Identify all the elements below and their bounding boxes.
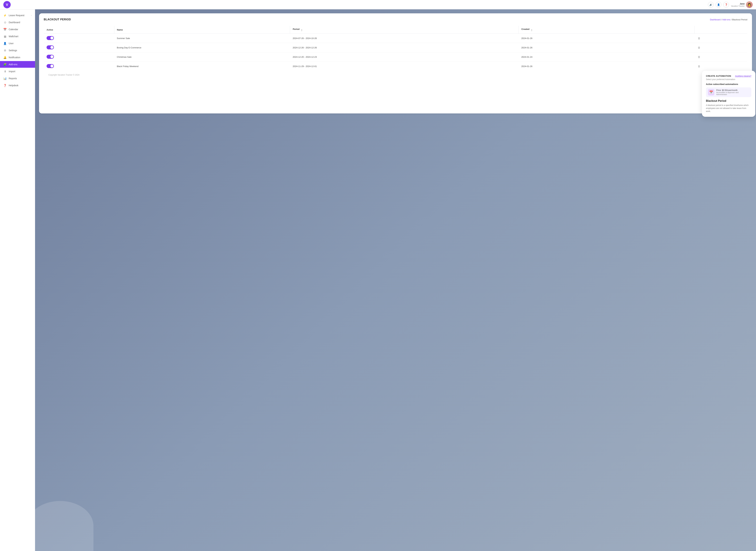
cell-active [44, 34, 114, 43]
automation-panel-header: CREATE AUTOMATION Anything missing? [706, 75, 751, 77]
avatar[interactable]: 👩 [746, 1, 753, 8]
table-row: Summer Sale 2024-07-26 - 2024-10-26 2024… [44, 34, 747, 43]
sidebar-item-addons[interactable]: 🧩 Add-ons [0, 61, 35, 68]
sidebar-label: Notification [9, 56, 32, 59]
delete-button[interactable]: 🗑 [697, 36, 701, 41]
cell-name: Boxing Day E-Commerce [114, 43, 290, 52]
col-header-active: Active [44, 26, 114, 34]
automation-item: 📅 Price: $0.50/user/month Accessible to … [706, 87, 751, 97]
col-header-period[interactable]: Period ▲▼ [290, 26, 519, 34]
created-sort-icon[interactable]: ▲▼ [531, 29, 532, 32]
toggle-black-friday[interactable] [47, 64, 54, 68]
sidebar-item-notification[interactable]: 🔔 Notification [0, 54, 35, 61]
table-row: Black Friday Weekend 2024-11-29 - 2024-1… [44, 62, 747, 71]
content-area: BLACKOUT PERIOD Dashboard / Add-ons / Bl… [35, 9, 756, 551]
import-icon: ⬇ [3, 70, 7, 73]
addons-icon: 🧩 [3, 63, 7, 66]
header-right-section: 🔊 👤 ❓ Jane Vacation Tracker 👩 [708, 1, 753, 8]
automation-price: Price: $0.50/user/month [716, 89, 749, 91]
table-header-row: Active Name Period ▲▼ Created ▲▼ [44, 26, 747, 34]
sound-button[interactable]: 🔊 [708, 2, 714, 8]
toggle-christmas-sale[interactable] [47, 55, 54, 59]
cell-action: 🗑 [694, 43, 747, 52]
automation-item-icon: 📅 [708, 89, 714, 95]
cell-action: 🗑 [694, 52, 747, 62]
help-button[interactable]: ❓ [723, 2, 729, 8]
sidebar-item-import[interactable]: ⬇ Import [0, 68, 35, 75]
sidebar-item-leave-request[interactable]: ⚡ Leave Request › [0, 12, 35, 19]
cell-created: 2024-01-26 [519, 34, 695, 43]
sidebar-item-calendar[interactable]: 📅 Calendar [0, 26, 35, 33]
cell-active [44, 62, 114, 71]
sidebar-item-user[interactable]: 👤 User [0, 40, 35, 47]
cell-created: 2024-01-26 [519, 43, 695, 52]
person-button[interactable]: 👤 [716, 2, 721, 8]
cell-period: 2024-12-26 - 2024-12-26 [290, 43, 519, 52]
sidebar-item-helpdesk[interactable]: ❓ Helpdesk [0, 82, 35, 89]
cell-action: 🗑 [694, 34, 747, 43]
app-logo[interactable]: V [3, 1, 11, 8]
col-header-action [694, 26, 747, 34]
sidebar-item-dashboard[interactable]: ⊙ Dashboard [0, 19, 35, 26]
automation-access: Accessible to Approver and Administrator [716, 91, 749, 95]
person-icon: 👤 [717, 3, 720, 6]
user-icon: 👤 [3, 42, 7, 45]
wallchart-icon: ▦ [3, 35, 7, 38]
sidebar-label: Add-ons [9, 63, 32, 66]
delete-button[interactable]: 🗑 [697, 64, 701, 69]
sound-icon: 🔊 [709, 3, 712, 6]
cell-period: 2024-12-20 - 2024-12-23 [290, 52, 519, 62]
sidebar-item-wallchart[interactable]: ▦ Wallchart [0, 33, 35, 40]
cell-period: 2024-11-29 - 2024-12-01 [290, 62, 519, 71]
sidebar-label: Settings [9, 49, 32, 52]
breadcrumb-addons[interactable]: Add-ons [722, 18, 730, 21]
breadcrumb-dashboard[interactable]: Dashboard [710, 18, 721, 21]
table-row: Christmas Sale 2024-12-20 - 2024-12-23 2… [44, 52, 747, 62]
footer: Copyright Vacation Tracker © 2024 [44, 71, 747, 79]
delete-button[interactable]: 🗑 [697, 55, 701, 59]
avatar-image: 👩 [746, 1, 753, 8]
automation-section-title: Active subscribed automations [706, 83, 751, 85]
cell-action: 🗑 [694, 62, 747, 71]
logo-letter: V [6, 3, 8, 7]
sidebar-label: Import [9, 70, 32, 73]
toggle-boxing-day[interactable] [47, 45, 54, 49]
automation-desc-text: A blackout period is a specified timefra… [706, 104, 751, 113]
cell-period: 2024-07-26 - 2024-10-26 [290, 34, 519, 43]
delete-button[interactable]: 🗑 [697, 46, 701, 50]
cell-name: Christmas Sale [114, 52, 290, 62]
sidebar-label: Dashboard [9, 21, 32, 24]
user-subtitle: Vacation Tracker [731, 5, 745, 7]
sidebar-label: Helpdesk [9, 84, 32, 87]
settings-icon: ⚙ [3, 49, 7, 52]
app-header: V 🔊 👤 ❓ Jane Vacation Tracker 👩 [0, 0, 756, 9]
header-user: Jane Vacation Tracker 👩 [731, 1, 753, 8]
main-layout: ⚡ Leave Request › ⊙ Dashboard 📅 Calendar… [0, 9, 756, 551]
cell-name: Black Friday Weekend [114, 62, 290, 71]
main-card: BLACKOUT PERIOD Dashboard / Add-ons / Bl… [39, 13, 752, 113]
sidebar: ⚡ Leave Request › ⊙ Dashboard 📅 Calendar… [0, 9, 35, 551]
page-title: BLACKOUT PERIOD [44, 18, 71, 21]
cell-active [44, 52, 114, 62]
cell-created: 2024-01-26 [519, 62, 695, 71]
sidebar-item-settings[interactable]: ⚙ Settings [0, 47, 35, 54]
toggle-summer-sale[interactable] [47, 36, 54, 40]
breadcrumb-sep2: / [731, 18, 732, 21]
user-info: Jane Vacation Tracker [731, 3, 745, 7]
help-icon: ❓ [725, 3, 728, 6]
blackout-periods-table: Active Name Period ▲▼ Created ▲▼ [44, 26, 747, 71]
cell-name: Summer Sale [114, 34, 290, 43]
reports-icon: 📊 [3, 77, 7, 80]
anything-missing-link[interactable]: Anything missing? [735, 75, 751, 77]
bolt-icon: ⚡ [3, 14, 7, 17]
period-sort-icon[interactable]: ▲▼ [301, 29, 302, 32]
sidebar-label: Calendar [9, 28, 32, 31]
sidebar-label: User [9, 42, 32, 45]
automation-desc-title: Blackout Period [706, 99, 751, 102]
sidebar-item-reports[interactable]: 📊 Reports [0, 75, 35, 82]
col-header-created[interactable]: Created ▲▼ [519, 26, 695, 34]
sidebar-label: Leave Request [9, 14, 29, 17]
user-name: Jane [731, 3, 745, 5]
cell-active [44, 43, 114, 52]
breadcrumb: Dashboard / Add-ons / Blackout Period [710, 18, 747, 21]
